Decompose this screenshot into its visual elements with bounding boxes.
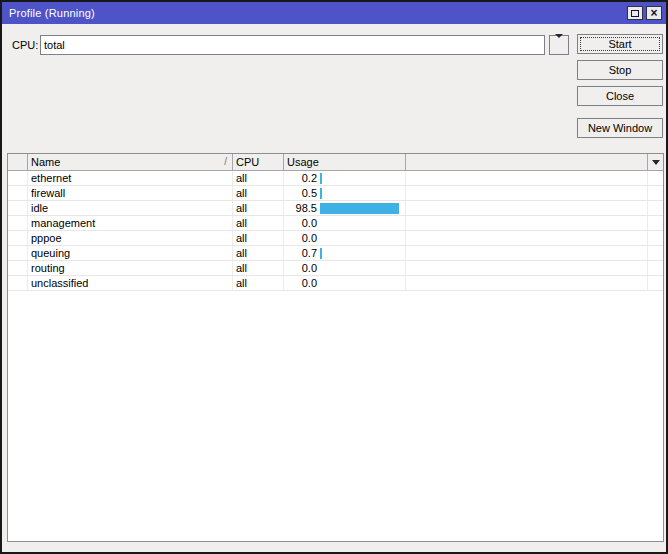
sort-ascending-icon: / xyxy=(224,155,227,169)
cpu-input[interactable] xyxy=(40,35,545,55)
usage-value: 0.7 xyxy=(284,246,317,260)
row-cpu: all xyxy=(233,231,284,245)
row-cpu: all xyxy=(233,261,284,275)
close-window-button[interactable]: × xyxy=(646,6,662,20)
row-usage: 0.0 xyxy=(284,276,406,290)
row-end xyxy=(648,276,663,290)
usage-value: 0.0 xyxy=(284,261,317,275)
table-row[interactable]: pppoeall0.0 xyxy=(8,231,663,246)
table-row[interactable]: routingall0.0 xyxy=(8,261,663,276)
usage-bar xyxy=(320,173,322,184)
row-cpu: all xyxy=(233,186,284,200)
row-end xyxy=(648,171,663,185)
table-body: ethernetall0.2firewallall0.5idleall98.5m… xyxy=(8,171,663,291)
row-end xyxy=(648,261,663,275)
row-cpu: all xyxy=(233,171,284,185)
row-filler xyxy=(406,201,648,215)
row-usage: 98.5 xyxy=(284,201,406,215)
row-end xyxy=(648,246,663,260)
new-window-button[interactable]: New Window xyxy=(577,118,663,138)
row-select-cell xyxy=(8,231,28,245)
header-cpu[interactable]: CPU xyxy=(233,154,284,170)
row-cpu: all xyxy=(233,246,284,260)
dropdown-icon xyxy=(555,38,563,53)
header-filler xyxy=(406,154,648,170)
profile-table: Name / CPU Usage ethernetall0.2firewalla… xyxy=(7,153,664,542)
table-row[interactable]: firewallall0.5 xyxy=(8,186,663,201)
table-row[interactable]: queuingall0.7 xyxy=(8,246,663,261)
row-select-cell xyxy=(8,216,28,230)
table-row[interactable]: managementall0.0 xyxy=(8,216,663,231)
titlebar[interactable]: Profile (Running) × xyxy=(2,2,666,24)
row-filler xyxy=(406,246,648,260)
row-filler xyxy=(406,186,648,200)
row-select-cell xyxy=(8,186,28,200)
row-cpu: all xyxy=(233,216,284,230)
row-filler xyxy=(406,171,648,185)
row-end xyxy=(648,231,663,245)
row-usage: 0.5 xyxy=(284,186,406,200)
header-name-label: Name xyxy=(31,155,60,169)
stop-button[interactable]: Stop xyxy=(577,60,663,80)
cpu-dropdown-button[interactable] xyxy=(549,35,569,55)
usage-bar xyxy=(320,248,322,259)
row-filler xyxy=(406,261,648,275)
row-end xyxy=(648,216,663,230)
usage-value: 0.0 xyxy=(284,231,317,245)
usage-value: 0.5 xyxy=(284,186,317,200)
row-name: routing xyxy=(28,261,233,275)
restore-icon xyxy=(631,10,639,17)
row-name: idle xyxy=(28,201,233,215)
start-button[interactable]: Start xyxy=(577,34,663,54)
row-select-cell xyxy=(8,171,28,185)
usage-bar xyxy=(320,188,322,199)
profile-window: Profile (Running) × CPU: Start Stop Clos… xyxy=(0,0,668,554)
row-filler xyxy=(406,276,648,290)
row-select-cell xyxy=(8,261,28,275)
table-header: Name / CPU Usage xyxy=(8,154,663,171)
header-name[interactable]: Name / xyxy=(28,154,233,170)
header-select-column xyxy=(8,154,28,170)
column-select-button[interactable] xyxy=(648,154,663,170)
window-title: Profile (Running) xyxy=(9,7,95,19)
usage-value: 0.0 xyxy=(284,216,317,230)
row-usage: 0.7 xyxy=(284,246,406,260)
row-filler xyxy=(406,231,648,245)
table-row[interactable]: unclassifiedall0.0 xyxy=(8,276,663,291)
row-select-cell xyxy=(8,201,28,215)
row-name: pppoe xyxy=(28,231,233,245)
close-icon: × xyxy=(650,7,657,19)
table-row[interactable]: idleall98.5 xyxy=(8,201,663,216)
table-row[interactable]: ethernetall0.2 xyxy=(8,171,663,186)
row-name: firewall xyxy=(28,186,233,200)
row-end xyxy=(648,201,663,215)
row-select-cell xyxy=(8,276,28,290)
row-usage: 0.0 xyxy=(284,261,406,275)
close-button[interactable]: Close xyxy=(577,86,663,106)
row-filler xyxy=(406,216,648,230)
restore-button[interactable] xyxy=(627,6,643,20)
row-name: unclassified xyxy=(28,276,233,290)
row-usage: 0.0 xyxy=(284,231,406,245)
chevron-down-icon xyxy=(652,160,660,165)
row-name: ethernet xyxy=(28,171,233,185)
usage-value: 0.2 xyxy=(284,171,317,185)
row-end xyxy=(648,186,663,200)
row-cpu: all xyxy=(233,276,284,290)
usage-bar xyxy=(320,203,399,214)
row-name: queuing xyxy=(28,246,233,260)
usage-value: 0.0 xyxy=(284,276,317,290)
row-select-cell xyxy=(8,246,28,260)
header-usage[interactable]: Usage xyxy=(284,154,406,170)
usage-value: 98.5 xyxy=(284,201,317,215)
row-name: management xyxy=(28,216,233,230)
row-usage: 0.2 xyxy=(284,171,406,185)
row-usage: 0.0 xyxy=(284,216,406,230)
window-controls: × xyxy=(627,6,662,20)
row-cpu: all xyxy=(233,201,284,215)
cpu-label: CPU: xyxy=(12,39,38,51)
